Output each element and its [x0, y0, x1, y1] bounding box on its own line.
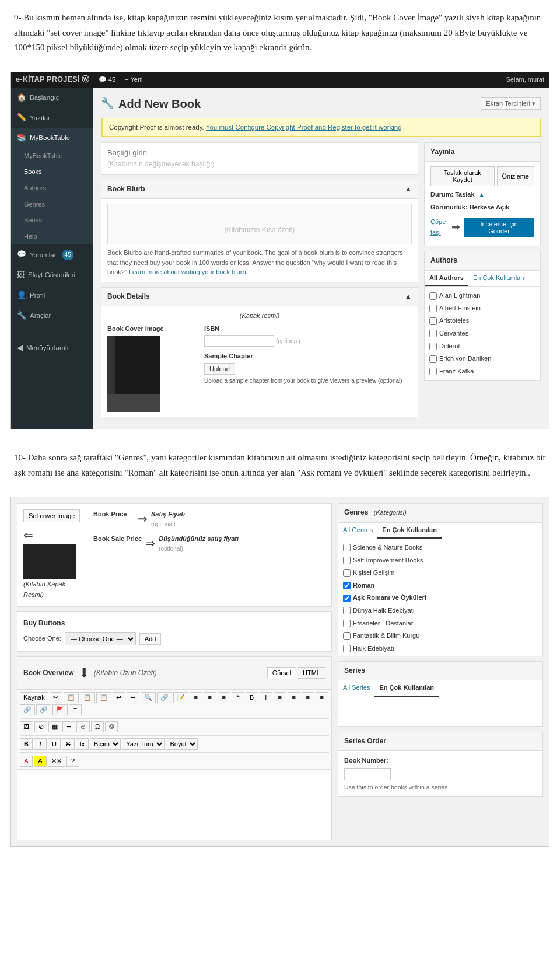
editor-btn-font-color[interactable]: A: [20, 756, 33, 767]
trash-link[interactable]: Çöpe taşı: [430, 217, 448, 237]
editor-btn-help[interactable]: ?: [66, 756, 79, 767]
author-checkbox-2[interactable]: [429, 317, 437, 325]
top-new[interactable]: + Yeni: [125, 75, 142, 85]
genre-checkbox-2[interactable]: [343, 569, 351, 577]
set-cover-button[interactable]: Set cover image: [23, 509, 80, 522]
blurb-link[interactable]: Learn more about writing your book blurb…: [129, 268, 248, 275]
send-review-button[interactable]: İnceleme için Gönder: [464, 218, 534, 237]
genre-checkbox-1[interactable]: [343, 557, 351, 564]
editor-btn-align2[interactable]: I: [260, 692, 272, 703]
author-checkbox-7[interactable]: [429, 380, 437, 381]
author-checkbox-0[interactable]: [429, 292, 437, 300]
editor-btn-cut[interactable]: ✂: [50, 692, 62, 703]
save-draft-button[interactable]: Taslak olarak Kaydet: [430, 166, 495, 186]
editor-btn-link3[interactable]: 🔗: [36, 704, 51, 715]
sidebar-collapse[interactable]: ◀ Menüyü daralt: [11, 338, 93, 358]
editor-btn-link[interactable]: 🔗: [157, 692, 172, 703]
editor-btn-list1[interactable]: ≡: [190, 692, 202, 703]
tab-popular-series[interactable]: En Çok Kullanılan: [374, 680, 439, 697]
editor-btn-highlight[interactable]: A: [34, 756, 47, 767]
sidebar-item-profile[interactable]: 👤 Profil: [11, 285, 93, 306]
editor-btn-paste2[interactable]: 📋: [96, 692, 111, 703]
editor-btn-source[interactable]: Kaynak: [20, 692, 48, 703]
editor-btn-doc[interactable]: 📝: [173, 692, 188, 703]
author-checkbox-4[interactable]: [429, 343, 437, 350]
editor-select-font[interactable]: Yazı Türü: [122, 738, 164, 750]
editor-btn-redo[interactable]: ↪: [127, 692, 139, 703]
genre-checkbox-8[interactable]: [343, 645, 351, 652]
genre-checkbox-5[interactable]: [343, 607, 351, 614]
editor-btn-copy[interactable]: 📋: [64, 692, 79, 703]
buy-select[interactable]: — Choose One —: [65, 632, 136, 645]
book-number-input[interactable]: [344, 768, 391, 780]
editor-btn-flag[interactable]: 🚩: [52, 704, 68, 715]
editor-btn-copyright[interactable]: ©: [105, 721, 118, 732]
author-checkbox-3[interactable]: [429, 330, 437, 337]
author-checkbox-5[interactable]: [429, 355, 437, 363]
editor-btn-bold[interactable]: B: [20, 738, 33, 750]
editor-select-size[interactable]: Boyut: [166, 738, 198, 750]
sidebar-item-mybooktable[interactable]: 📚 MyBookTable: [11, 128, 93, 148]
title-input[interactable]: [107, 148, 412, 157]
tab-all-authors[interactable]: All Authors: [425, 271, 468, 287]
editor-btn-underline[interactable]: U: [48, 738, 61, 750]
genre-checkbox-3[interactable]: [343, 582, 351, 589]
editor-btn-strike[interactable]: S: [62, 738, 75, 750]
sidebar-item-posts[interactable]: ✏️ Yazılar: [11, 107, 93, 128]
tab-popular-authors[interactable]: En Çok Kullanılan: [468, 271, 528, 287]
upload-button[interactable]: Upload: [204, 363, 235, 375]
top-comments[interactable]: 💬 45: [99, 75, 116, 85]
isbn-input[interactable]: [204, 335, 274, 347]
add-button[interactable]: Add: [139, 633, 162, 645]
editor-btn-image[interactable]: 🖼: [20, 721, 33, 732]
sidebar-item-tools[interactable]: 🔧 Araçlar: [11, 306, 93, 326]
screen-options-button[interactable]: Ekran Tercihleri ▾: [481, 97, 541, 110]
editor-btn-align5[interactable]: ≡: [302, 692, 314, 703]
blurb-textarea[interactable]: (Kitabınızın Kısa özeti): [107, 204, 412, 244]
editor-btn-hr[interactable]: ━: [62, 721, 75, 732]
editor-btn-undo[interactable]: ↩: [113, 692, 125, 703]
copyright-link[interactable]: You must Configure Copyright Proof and R…: [206, 124, 402, 131]
tab-html[interactable]: HTML: [298, 667, 326, 679]
editor-body[interactable]: [18, 770, 331, 840]
editor-btn-omega[interactable]: Ω: [91, 721, 104, 732]
genre-checkbox-7[interactable]: [343, 632, 351, 640]
blurb-toggle[interactable]: ▲: [405, 184, 412, 195]
editor-btn-clear[interactable]: Ix: [76, 738, 89, 750]
author-checkbox-6[interactable]: [429, 368, 437, 375]
details-toggle[interactable]: ▲: [405, 291, 412, 302]
editor-btn-search[interactable]: 🔍: [141, 692, 156, 703]
editor-btn-align4[interactable]: ≡: [288, 692, 300, 703]
status-arrow[interactable]: ▲: [479, 191, 485, 198]
sidebar-item-home[interactable]: 🏠 Başlangıç: [11, 88, 93, 108]
editor-btn-italic[interactable]: I: [34, 738, 47, 750]
author-checkbox-1[interactable]: [429, 305, 437, 312]
editor-btn-table[interactable]: ▦: [48, 721, 61, 732]
genre-checkbox-4[interactable]: [343, 595, 351, 602]
editor-btn-block[interactable]: ⊘: [34, 721, 47, 732]
tab-popular-genres[interactable]: En Çok Kullanılan: [377, 523, 442, 539]
editor-btn-align6[interactable]: ≡: [316, 692, 328, 703]
submenu-item-authors[interactable]: Authors: [11, 180, 93, 197]
submenu-item-genres[interactable]: Genres: [11, 197, 93, 213]
preview-button[interactable]: Önizleme: [497, 166, 534, 186]
submenu-item-help[interactable]: Help: [11, 229, 93, 245]
editor-btn-special1[interactable]: ✕✕: [48, 756, 65, 767]
tab-all-genres[interactable]: All Genres: [338, 523, 377, 539]
tab-gorsel[interactable]: Görsel: [267, 667, 296, 679]
editor-btn-link2[interactable]: 🔗: [20, 704, 35, 715]
submenu-item-series[interactable]: Series: [11, 212, 93, 229]
editor-select-biçim[interactable]: Biçim: [90, 738, 121, 750]
sidebar-item-comments[interactable]: 💬 Yorumlar 45: [11, 244, 93, 265]
editor-btn-align1[interactable]: B: [246, 692, 258, 703]
editor-btn-emoji[interactable]: ☺: [76, 721, 90, 732]
editor-btn-list3[interactable]: ≡: [218, 692, 230, 703]
editor-btn-paste[interactable]: 📋: [80, 692, 95, 703]
tab-all-series[interactable]: All Series: [338, 680, 374, 697]
genre-checkbox-0[interactable]: [343, 544, 351, 551]
editor-btn-list4[interactable]: ≡: [69, 704, 82, 715]
submenu-item-books[interactable]: Books: [11, 164, 93, 180]
editor-btn-align3[interactable]: ≡: [274, 692, 286, 703]
editor-btn-list2[interactable]: ≡: [204, 692, 216, 703]
submenu-item-mybooktable[interactable]: MyBookTable: [11, 148, 93, 165]
